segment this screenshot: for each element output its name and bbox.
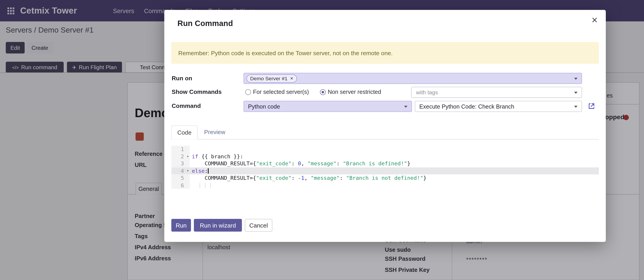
chevron-down-icon[interactable] [574,78,578,80]
chevron-down-icon[interactable] [574,106,578,108]
code-line-content: if {{ branch }}: [190,153,599,160]
run-in-wizard-button[interactable]: Run in wizard [194,219,242,232]
chevron-down-icon[interactable] [574,92,578,94]
line-number: 1 [171,146,190,153]
tags-select[interactable]: with tags [411,87,582,98]
external-link-icon[interactable] [588,102,595,111]
radio-non-server-restricted-label[interactable]: Non server restricted [328,88,381,95]
fold-caret-icon[interactable]: ▾ [187,153,189,160]
cancel-button[interactable]: Cancel [245,219,272,232]
command-label: Command [172,102,201,109]
fold-caret-icon[interactable]: ▾ [187,167,189,174]
code-line-4[interactable]: 4▾else: [171,167,598,174]
code-line-content [190,146,599,153]
line-number: 6 [171,182,190,189]
run-on-label: Run on [172,75,192,81]
radio-non-server-restricted[interactable] [320,89,326,95]
command-value: Execute Python Code: Check Branch [419,103,514,110]
code-line-content: COMMAND_RESULT={"exit_code": -1, "messag… [190,174,599,182]
run-on-multiselect[interactable]: Demo Server #1 ✕ [244,73,582,84]
indent-guide [210,183,211,188]
server-tag[interactable]: Demo Server #1 ✕ [246,74,297,82]
command-select[interactable]: Execute Python Code: Check Branch [415,101,582,112]
tab-code[interactable]: Code [171,125,197,139]
line-number: 3 [171,160,190,167]
run-command-modal: Run Command × Remember: Python code is e… [164,10,606,242]
close-icon[interactable]: × [592,15,598,25]
warning-banner: Remember: Python code is executed on the… [171,42,598,64]
code-line-5[interactable]: 5 COMMAND_RESULT={"exit_code": -1, "mess… [171,174,598,182]
code-line-6[interactable]: 6 [171,182,598,189]
code-line-content: else: [190,167,599,174]
tab-bar-line [171,139,598,139]
text-cursor [208,168,209,174]
command-type-value: Python code [248,103,280,110]
modal-title: Run Command [178,19,233,28]
radio-selected-servers-label[interactable]: For selected server(s) [253,88,309,95]
line-number: 2▾ [171,153,190,160]
tag-remove-icon[interactable]: ✕ [290,76,293,80]
tags-placeholder: with tags [416,89,438,95]
warning-text: Remember: Python code is executed on the… [178,50,393,56]
indent-guide [200,183,200,188]
radio-selected-servers[interactable] [245,89,251,95]
code-line-2[interactable]: 2▾if {{ branch }}: [171,153,598,160]
indent-guide [205,183,206,188]
screen: Cetmix Tower ServersCommandsFilesToolsSe… [0,0,644,280]
server-tag-label: Demo Server #1 [250,76,288,81]
show-commands-label: Show Commands [172,88,222,95]
run-button[interactable]: Run [171,219,191,232]
code-line-1[interactable]: 1 [171,146,598,153]
code-line-content: COMMAND_RESULT={"exit_code": 0, "message… [190,160,599,167]
tab-preview[interactable]: Preview [204,129,225,135]
command-type-select[interactable]: Python code [244,101,412,112]
code-line-3[interactable]: 3 COMMAND_RESULT={"exit_code": 0, "messa… [171,160,598,167]
code-editor-lines: 12▾if {{ branch }}:3 COMMAND_RESULT={"ex… [171,146,598,189]
line-number: 5 [171,174,190,182]
line-number: 4▾ [171,167,190,174]
chevron-down-icon[interactable] [404,106,408,108]
code-editor[interactable]: 12▾if {{ branch }}:3 COMMAND_RESULT={"ex… [171,146,598,193]
code-line-content [190,182,599,189]
